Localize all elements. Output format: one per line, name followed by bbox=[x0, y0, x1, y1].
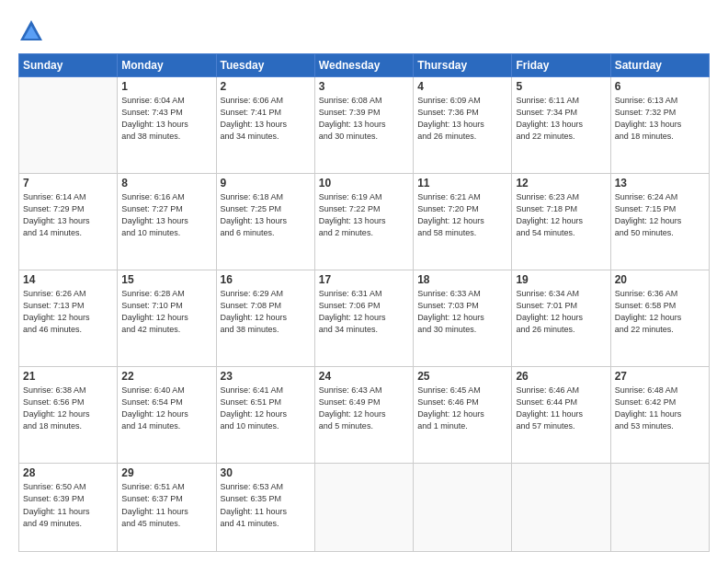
calendar-table: Sunday Monday Tuesday Wednesday Thursday… bbox=[18, 53, 710, 552]
day-info: Sunrise: 6:41 AMSunset: 6:51 PMDaylight:… bbox=[221, 385, 311, 432]
day-info: Sunrise: 6:11 AMSunset: 7:34 PMDaylight:… bbox=[516, 95, 606, 143]
table-row: 27Sunrise: 6:48 AMSunset: 6:42 PMDayligh… bbox=[610, 367, 709, 464]
day-number: 8 bbox=[121, 177, 211, 190]
day-number: 11 bbox=[417, 177, 507, 190]
table-row: 23Sunrise: 6:41 AMSunset: 6:51 PMDayligh… bbox=[216, 367, 314, 464]
day-number: 1 bbox=[121, 80, 211, 93]
day-number: 13 bbox=[615, 177, 705, 190]
day-info: Sunrise: 6:21 AMSunset: 7:20 PMDaylight:… bbox=[417, 191, 507, 239]
table-row: 26Sunrise: 6:46 AMSunset: 6:44 PMDayligh… bbox=[512, 367, 610, 464]
col-saturday: Saturday bbox=[610, 54, 709, 77]
col-friday: Friday bbox=[512, 54, 610, 77]
table-row: 5Sunrise: 6:11 AMSunset: 7:34 PMDaylight… bbox=[512, 77, 610, 174]
table-row: 19Sunrise: 6:34 AMSunset: 7:01 PMDayligh… bbox=[512, 270, 610, 367]
calendar-header-row: Sunday Monday Tuesday Wednesday Thursday… bbox=[19, 54, 710, 77]
day-info: Sunrise: 6:23 AMSunset: 7:18 PMDaylight:… bbox=[516, 191, 606, 239]
table-row: 24Sunrise: 6:43 AMSunset: 6:49 PMDayligh… bbox=[314, 367, 413, 464]
day-number: 9 bbox=[221, 177, 311, 190]
table-row: 17Sunrise: 6:31 AMSunset: 7:06 PMDayligh… bbox=[314, 270, 413, 367]
day-number: 7 bbox=[23, 177, 113, 190]
day-info: Sunrise: 6:51 AMSunset: 6:37 PMDaylight:… bbox=[121, 481, 211, 529]
day-number: 30 bbox=[221, 466, 311, 479]
day-number: 22 bbox=[121, 370, 211, 383]
day-info: Sunrise: 6:28 AMSunset: 7:10 PMDaylight:… bbox=[121, 288, 211, 336]
day-info: Sunrise: 6:50 AMSunset: 6:39 PMDaylight:… bbox=[23, 481, 113, 529]
day-info: Sunrise: 6:04 AMSunset: 7:43 PMDaylight:… bbox=[121, 95, 211, 143]
day-number: 17 bbox=[319, 273, 409, 286]
logo-icon bbox=[18, 18, 44, 44]
table-row: 20Sunrise: 6:36 AMSunset: 6:58 PMDayligh… bbox=[610, 270, 709, 367]
day-number: 16 bbox=[221, 273, 311, 286]
day-number: 24 bbox=[319, 370, 409, 383]
table-row: 3Sunrise: 6:08 AMSunset: 7:39 PMDaylight… bbox=[314, 77, 413, 174]
table-row: 1Sunrise: 6:04 AMSunset: 7:43 PMDaylight… bbox=[118, 77, 216, 174]
col-thursday: Thursday bbox=[414, 54, 512, 77]
page: Sunday Monday Tuesday Wednesday Thursday… bbox=[0, 0, 728, 563]
day-info: Sunrise: 6:48 AMSunset: 6:42 PMDaylight:… bbox=[615, 385, 705, 432]
day-number: 14 bbox=[23, 273, 113, 286]
day-info: Sunrise: 6:13 AMSunset: 7:32 PMDaylight:… bbox=[615, 95, 705, 143]
table-row: 14Sunrise: 6:26 AMSunset: 7:13 PMDayligh… bbox=[19, 270, 118, 367]
day-info: Sunrise: 6:09 AMSunset: 7:36 PMDaylight:… bbox=[417, 95, 507, 143]
table-row: 18Sunrise: 6:33 AMSunset: 7:03 PMDayligh… bbox=[414, 270, 512, 367]
day-number: 21 bbox=[23, 370, 113, 383]
day-info: Sunrise: 6:45 AMSunset: 6:46 PMDaylight:… bbox=[417, 385, 507, 432]
table-row bbox=[610, 464, 709, 552]
day-number: 26 bbox=[516, 370, 606, 383]
day-number: 28 bbox=[23, 466, 113, 479]
table-row: 29Sunrise: 6:51 AMSunset: 6:37 PMDayligh… bbox=[118, 464, 216, 552]
table-row: 16Sunrise: 6:29 AMSunset: 7:08 PMDayligh… bbox=[216, 270, 314, 367]
day-number: 18 bbox=[417, 273, 507, 286]
day-info: Sunrise: 6:38 AMSunset: 6:56 PMDaylight:… bbox=[23, 385, 113, 432]
day-info: Sunrise: 6:19 AMSunset: 7:22 PMDaylight:… bbox=[319, 191, 409, 239]
day-number: 12 bbox=[516, 177, 606, 190]
day-info: Sunrise: 6:36 AMSunset: 6:58 PMDaylight:… bbox=[615, 288, 705, 336]
table-row: 6Sunrise: 6:13 AMSunset: 7:32 PMDaylight… bbox=[610, 77, 709, 174]
day-number: 20 bbox=[615, 273, 705, 286]
col-monday: Monday bbox=[118, 54, 216, 77]
table-row: 9Sunrise: 6:18 AMSunset: 7:25 PMDaylight… bbox=[216, 174, 314, 270]
day-number: 15 bbox=[121, 273, 211, 286]
table-row: 10Sunrise: 6:19 AMSunset: 7:22 PMDayligh… bbox=[314, 174, 413, 270]
table-row: 28Sunrise: 6:50 AMSunset: 6:39 PMDayligh… bbox=[19, 464, 118, 552]
day-info: Sunrise: 6:34 AMSunset: 7:01 PMDaylight:… bbox=[516, 288, 606, 336]
col-tuesday: Tuesday bbox=[216, 54, 314, 77]
day-info: Sunrise: 6:33 AMSunset: 7:03 PMDaylight:… bbox=[417, 288, 507, 336]
table-row: 7Sunrise: 6:14 AMSunset: 7:29 PMDaylight… bbox=[19, 174, 118, 270]
day-info: Sunrise: 6:31 AMSunset: 7:06 PMDaylight:… bbox=[319, 288, 409, 336]
day-info: Sunrise: 6:43 AMSunset: 6:49 PMDaylight:… bbox=[319, 385, 409, 432]
day-number: 23 bbox=[221, 370, 311, 383]
col-wednesday: Wednesday bbox=[314, 54, 413, 77]
table-row: 13Sunrise: 6:24 AMSunset: 7:15 PMDayligh… bbox=[610, 174, 709, 270]
day-number: 19 bbox=[516, 273, 606, 286]
table-row: 4Sunrise: 6:09 AMSunset: 7:36 PMDaylight… bbox=[414, 77, 512, 174]
table-row: 21Sunrise: 6:38 AMSunset: 6:56 PMDayligh… bbox=[19, 367, 118, 464]
table-row: 11Sunrise: 6:21 AMSunset: 7:20 PMDayligh… bbox=[414, 174, 512, 270]
day-info: Sunrise: 6:29 AMSunset: 7:08 PMDaylight:… bbox=[221, 288, 311, 336]
day-info: Sunrise: 6:46 AMSunset: 6:44 PMDaylight:… bbox=[516, 385, 606, 432]
day-number: 6 bbox=[615, 80, 705, 93]
table-row: 22Sunrise: 6:40 AMSunset: 6:54 PMDayligh… bbox=[118, 367, 216, 464]
day-number: 5 bbox=[516, 80, 606, 93]
table-row: 25Sunrise: 6:45 AMSunset: 6:46 PMDayligh… bbox=[414, 367, 512, 464]
day-number: 10 bbox=[319, 177, 409, 190]
day-info: Sunrise: 6:26 AMSunset: 7:13 PMDaylight:… bbox=[23, 288, 113, 336]
day-number: 25 bbox=[417, 370, 507, 383]
day-number: 2 bbox=[221, 80, 311, 93]
day-info: Sunrise: 6:24 AMSunset: 7:15 PMDaylight:… bbox=[615, 191, 705, 239]
table-row bbox=[512, 464, 610, 552]
day-info: Sunrise: 6:18 AMSunset: 7:25 PMDaylight:… bbox=[221, 191, 311, 239]
day-info: Sunrise: 6:06 AMSunset: 7:41 PMDaylight:… bbox=[221, 95, 311, 143]
day-number: 29 bbox=[121, 466, 211, 479]
day-info: Sunrise: 6:16 AMSunset: 7:27 PMDaylight:… bbox=[121, 191, 211, 239]
day-number: 27 bbox=[615, 370, 705, 383]
table-row bbox=[19, 77, 118, 174]
day-info: Sunrise: 6:08 AMSunset: 7:39 PMDaylight:… bbox=[319, 95, 409, 143]
table-row: 12Sunrise: 6:23 AMSunset: 7:18 PMDayligh… bbox=[512, 174, 610, 270]
header bbox=[18, 15, 710, 44]
day-info: Sunrise: 6:40 AMSunset: 6:54 PMDaylight:… bbox=[121, 385, 211, 432]
table-row: 30Sunrise: 6:53 AMSunset: 6:35 PMDayligh… bbox=[216, 464, 314, 552]
table-row bbox=[314, 464, 413, 552]
day-number: 3 bbox=[319, 80, 409, 93]
table-row: 8Sunrise: 6:16 AMSunset: 7:27 PMDaylight… bbox=[118, 174, 216, 270]
